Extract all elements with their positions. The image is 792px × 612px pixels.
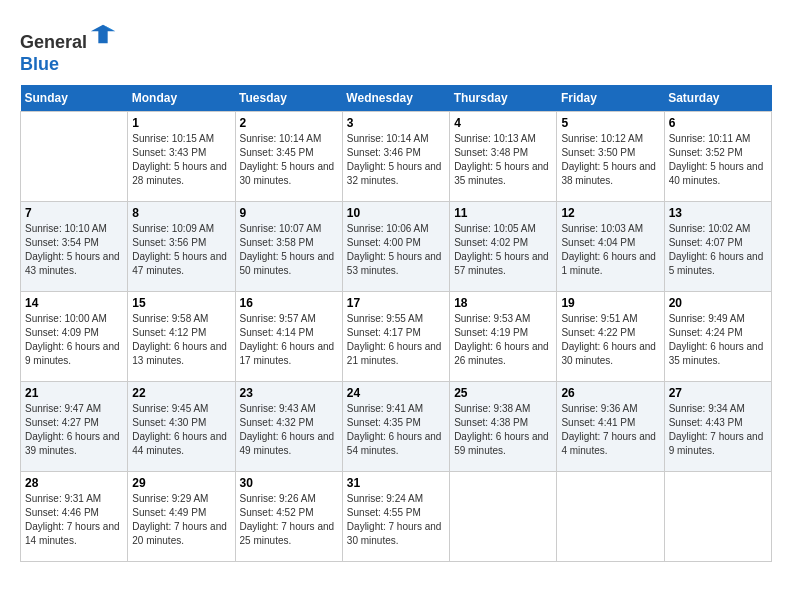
calendar-cell: 28Sunrise: 9:31 AM Sunset: 4:46 PM Dayli… xyxy=(21,472,128,562)
calendar-cell: 8Sunrise: 10:09 AM Sunset: 3:56 PM Dayli… xyxy=(128,202,235,292)
day-info: Sunrise: 10:05 AM Sunset: 4:02 PM Daylig… xyxy=(454,222,552,278)
day-number: 5 xyxy=(561,116,659,130)
calendar-day-header: Thursday xyxy=(450,85,557,112)
logo-general: General xyxy=(20,32,87,52)
day-number: 9 xyxy=(240,206,338,220)
logo-blue: Blue xyxy=(20,54,59,74)
day-info: Sunrise: 10:07 AM Sunset: 3:58 PM Daylig… xyxy=(240,222,338,278)
day-info: Sunrise: 9:24 AM Sunset: 4:55 PM Dayligh… xyxy=(347,492,445,548)
day-info: Sunrise: 10:13 AM Sunset: 3:48 PM Daylig… xyxy=(454,132,552,188)
day-info: Sunrise: 10:02 AM Sunset: 4:07 PM Daylig… xyxy=(669,222,767,278)
day-info: Sunrise: 10:09 AM Sunset: 3:56 PM Daylig… xyxy=(132,222,230,278)
calendar-cell: 13Sunrise: 10:02 AM Sunset: 4:07 PM Dayl… xyxy=(664,202,771,292)
day-number: 26 xyxy=(561,386,659,400)
day-info: Sunrise: 10:03 AM Sunset: 4:04 PM Daylig… xyxy=(561,222,659,278)
day-number: 30 xyxy=(240,476,338,490)
day-number: 21 xyxy=(25,386,123,400)
day-info: Sunrise: 10:14 AM Sunset: 3:45 PM Daylig… xyxy=(240,132,338,188)
calendar-day-header: Monday xyxy=(128,85,235,112)
calendar-cell: 31Sunrise: 9:24 AM Sunset: 4:55 PM Dayli… xyxy=(342,472,449,562)
calendar-cell: 16Sunrise: 9:57 AM Sunset: 4:14 PM Dayli… xyxy=(235,292,342,382)
calendar-cell: 25Sunrise: 9:38 AM Sunset: 4:38 PM Dayli… xyxy=(450,382,557,472)
day-info: Sunrise: 9:47 AM Sunset: 4:27 PM Dayligh… xyxy=(25,402,123,458)
day-number: 31 xyxy=(347,476,445,490)
day-number: 2 xyxy=(240,116,338,130)
day-number: 23 xyxy=(240,386,338,400)
calendar-cell: 29Sunrise: 9:29 AM Sunset: 4:49 PM Dayli… xyxy=(128,472,235,562)
day-number: 16 xyxy=(240,296,338,310)
calendar-week-row: 21Sunrise: 9:47 AM Sunset: 4:27 PM Dayli… xyxy=(21,382,772,472)
calendar-day-header: Tuesday xyxy=(235,85,342,112)
calendar-cell: 1Sunrise: 10:15 AM Sunset: 3:43 PM Dayli… xyxy=(128,112,235,202)
calendar-cell xyxy=(450,472,557,562)
day-number: 15 xyxy=(132,296,230,310)
day-number: 25 xyxy=(454,386,552,400)
calendar-cell: 30Sunrise: 9:26 AM Sunset: 4:52 PM Dayli… xyxy=(235,472,342,562)
calendar-cell: 14Sunrise: 10:00 AM Sunset: 4:09 PM Dayl… xyxy=(21,292,128,382)
logo-bird-icon xyxy=(89,20,117,48)
calendar-cell: 24Sunrise: 9:41 AM Sunset: 4:35 PM Dayli… xyxy=(342,382,449,472)
calendar-cell xyxy=(664,472,771,562)
calendar-week-row: 7Sunrise: 10:10 AM Sunset: 3:54 PM Dayli… xyxy=(21,202,772,292)
calendar-cell: 5Sunrise: 10:12 AM Sunset: 3:50 PM Dayli… xyxy=(557,112,664,202)
day-number: 19 xyxy=(561,296,659,310)
day-number: 1 xyxy=(132,116,230,130)
calendar-cell: 2Sunrise: 10:14 AM Sunset: 3:45 PM Dayli… xyxy=(235,112,342,202)
calendar-cell: 6Sunrise: 10:11 AM Sunset: 3:52 PM Dayli… xyxy=(664,112,771,202)
calendar-cell: 26Sunrise: 9:36 AM Sunset: 4:41 PM Dayli… xyxy=(557,382,664,472)
calendar-cell: 17Sunrise: 9:55 AM Sunset: 4:17 PM Dayli… xyxy=(342,292,449,382)
calendar-day-header: Sunday xyxy=(21,85,128,112)
day-info: Sunrise: 9:41 AM Sunset: 4:35 PM Dayligh… xyxy=(347,402,445,458)
day-info: Sunrise: 9:51 AM Sunset: 4:22 PM Dayligh… xyxy=(561,312,659,368)
day-number: 27 xyxy=(669,386,767,400)
day-info: Sunrise: 10:15 AM Sunset: 3:43 PM Daylig… xyxy=(132,132,230,188)
calendar-week-row: 14Sunrise: 10:00 AM Sunset: 4:09 PM Dayl… xyxy=(21,292,772,382)
day-info: Sunrise: 10:10 AM Sunset: 3:54 PM Daylig… xyxy=(25,222,123,278)
day-info: Sunrise: 9:53 AM Sunset: 4:19 PM Dayligh… xyxy=(454,312,552,368)
day-number: 12 xyxy=(561,206,659,220)
day-info: Sunrise: 9:45 AM Sunset: 4:30 PM Dayligh… xyxy=(132,402,230,458)
calendar-cell: 18Sunrise: 9:53 AM Sunset: 4:19 PM Dayli… xyxy=(450,292,557,382)
day-info: Sunrise: 10:00 AM Sunset: 4:09 PM Daylig… xyxy=(25,312,123,368)
calendar-cell: 3Sunrise: 10:14 AM Sunset: 3:46 PM Dayli… xyxy=(342,112,449,202)
calendar-week-row: 28Sunrise: 9:31 AM Sunset: 4:46 PM Dayli… xyxy=(21,472,772,562)
day-info: Sunrise: 10:06 AM Sunset: 4:00 PM Daylig… xyxy=(347,222,445,278)
calendar-cell: 27Sunrise: 9:34 AM Sunset: 4:43 PM Dayli… xyxy=(664,382,771,472)
calendar-cell: 21Sunrise: 9:47 AM Sunset: 4:27 PM Dayli… xyxy=(21,382,128,472)
day-number: 28 xyxy=(25,476,123,490)
calendar-table: SundayMondayTuesdayWednesdayThursdayFrid… xyxy=(20,85,772,562)
day-number: 18 xyxy=(454,296,552,310)
calendar-day-header: Friday xyxy=(557,85,664,112)
day-info: Sunrise: 10:14 AM Sunset: 3:46 PM Daylig… xyxy=(347,132,445,188)
calendar-cell: 4Sunrise: 10:13 AM Sunset: 3:48 PM Dayli… xyxy=(450,112,557,202)
calendar-cell: 23Sunrise: 9:43 AM Sunset: 4:32 PM Dayli… xyxy=(235,382,342,472)
calendar-cell: 15Sunrise: 9:58 AM Sunset: 4:12 PM Dayli… xyxy=(128,292,235,382)
calendar-week-row: 1Sunrise: 10:15 AM Sunset: 3:43 PM Dayli… xyxy=(21,112,772,202)
day-number: 20 xyxy=(669,296,767,310)
day-info: Sunrise: 9:34 AM Sunset: 4:43 PM Dayligh… xyxy=(669,402,767,458)
day-number: 8 xyxy=(132,206,230,220)
calendar-cell: 7Sunrise: 10:10 AM Sunset: 3:54 PM Dayli… xyxy=(21,202,128,292)
day-info: Sunrise: 9:58 AM Sunset: 4:12 PM Dayligh… xyxy=(132,312,230,368)
day-number: 10 xyxy=(347,206,445,220)
calendar-cell: 22Sunrise: 9:45 AM Sunset: 4:30 PM Dayli… xyxy=(128,382,235,472)
day-info: Sunrise: 10:11 AM Sunset: 3:52 PM Daylig… xyxy=(669,132,767,188)
calendar-cell: 12Sunrise: 10:03 AM Sunset: 4:04 PM Dayl… xyxy=(557,202,664,292)
day-info: Sunrise: 10:12 AM Sunset: 3:50 PM Daylig… xyxy=(561,132,659,188)
calendar-cell xyxy=(21,112,128,202)
calendar-cell: 10Sunrise: 10:06 AM Sunset: 4:00 PM Dayl… xyxy=(342,202,449,292)
day-number: 7 xyxy=(25,206,123,220)
day-number: 22 xyxy=(132,386,230,400)
calendar-cell xyxy=(557,472,664,562)
calendar-cell: 19Sunrise: 9:51 AM Sunset: 4:22 PM Dayli… xyxy=(557,292,664,382)
calendar-cell: 20Sunrise: 9:49 AM Sunset: 4:24 PM Dayli… xyxy=(664,292,771,382)
day-info: Sunrise: 9:36 AM Sunset: 4:41 PM Dayligh… xyxy=(561,402,659,458)
day-number: 4 xyxy=(454,116,552,130)
day-info: Sunrise: 9:38 AM Sunset: 4:38 PM Dayligh… xyxy=(454,402,552,458)
svg-marker-0 xyxy=(91,25,115,44)
day-info: Sunrise: 9:29 AM Sunset: 4:49 PM Dayligh… xyxy=(132,492,230,548)
day-info: Sunrise: 9:43 AM Sunset: 4:32 PM Dayligh… xyxy=(240,402,338,458)
calendar-cell: 11Sunrise: 10:05 AM Sunset: 4:02 PM Dayl… xyxy=(450,202,557,292)
calendar-day-header: Wednesday xyxy=(342,85,449,112)
day-number: 14 xyxy=(25,296,123,310)
